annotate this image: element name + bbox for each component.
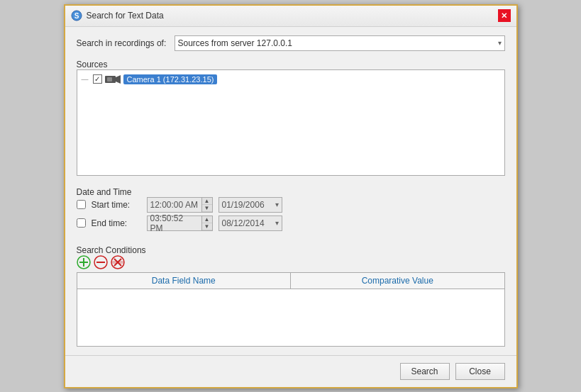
end-time-checkbox[interactable] — [77, 218, 86, 228]
tree-expand-icon: — — [82, 75, 90, 84]
start-time-input[interactable]: 12:00:00 AM ▲ ▼ — [147, 197, 213, 213]
end-time-up-button[interactable]: ▲ — [202, 216, 212, 223]
add-icon — [77, 255, 91, 269]
end-date-arrow-icon: ▾ — [272, 219, 282, 227]
conditions-section: Search Conditions — [77, 242, 505, 347]
datetime-label: Date and Time — [77, 187, 505, 197]
sources-section: Sources — Camera 1 (172.31.23.15) — [77, 57, 505, 176]
title-bar: S Search for Text Data ✕ — [65, 6, 516, 27]
conditions-header: Data Field Name Comparative Value — [77, 273, 504, 289]
camera-tree-item: — Camera 1 (172.31.23.15) — [80, 73, 502, 86]
end-time-spinners: ▲ ▼ — [201, 216, 212, 230]
end-date-value: 08/12/2014 — [219, 217, 272, 230]
start-time-up-button[interactable]: ▲ — [202, 198, 212, 205]
conditions-toolbar — [77, 255, 505, 269]
server-source-dropdown[interactable]: Sources from server 127.0.0.1 ▾ — [175, 35, 505, 51]
content-area: Search in recordings of: Sources from se… — [65, 27, 516, 355]
start-date-value: 01/19/2006 — [219, 198, 272, 211]
camera-name: Camera 1 (172.31.23.15) — [123, 74, 218, 84]
window-close-button[interactable]: ✕ — [498, 9, 511, 22]
dropdown-arrow-icon: ▾ — [498, 39, 502, 47]
conditions-body — [77, 289, 504, 346]
start-time-spinners: ▲ ▼ — [201, 198, 212, 212]
svg-rect-4 — [107, 77, 112, 82]
window-icon: S — [71, 10, 82, 21]
svg-rect-13 — [112, 261, 123, 264]
start-date-input[interactable]: 01/19/2006 ▾ — [218, 197, 282, 213]
col-header-comparative-value: Comparative Value — [291, 273, 504, 289]
start-time-row: Start time: 12:00:00 AM ▲ ▼ 01/19/2006 ▾ — [77, 197, 505, 213]
end-time-down-button[interactable]: ▼ — [202, 223, 212, 230]
svg-marker-3 — [116, 75, 121, 84]
end-date-input[interactable]: 08/12/2014 ▾ — [218, 215, 282, 231]
end-time-row: End time: 03:50:52 PM ▲ ▼ 08/12/2014 ▾ — [77, 215, 505, 231]
sources-list[interactable]: — Camera 1 (172.31.23.15) — [77, 69, 505, 176]
search-button[interactable]: Search — [400, 363, 450, 380]
start-time-label: Start time: — [92, 200, 141, 210]
camera-icon — [105, 74, 121, 84]
end-time-label: End time: — [92, 218, 141, 228]
add-condition-button[interactable] — [77, 255, 91, 269]
conditions-table: Data Field Name Comparative Value — [77, 272, 505, 347]
server-source-value: Sources from server 127.0.0.1 — [178, 38, 292, 48]
conditions-label: Search Conditions — [77, 245, 505, 255]
svg-text:S: S — [74, 12, 79, 20]
end-time-input[interactable]: 03:50:52 PM ▲ ▼ — [147, 215, 213, 231]
start-time-down-button[interactable]: ▼ — [202, 205, 212, 212]
sources-label: Sources — [77, 60, 505, 69]
remove-icon — [94, 255, 108, 269]
close-button[interactable]: Close — [455, 363, 505, 380]
remove-condition-button[interactable] — [94, 255, 108, 269]
datetime-section: Date and Time Start time: 12:00:00 AM ▲ … — [77, 184, 505, 234]
main-window: S Search for Text Data ✕ Search in recor… — [64, 4, 518, 388]
search-in-label: Search in recordings of: — [77, 38, 169, 48]
footer: Search Close — [65, 355, 516, 387]
clear-conditions-button[interactable] — [111, 255, 125, 269]
start-date-arrow-icon: ▾ — [272, 201, 282, 208]
title-bar-left: S Search for Text Data — [71, 10, 164, 21]
clear-icon — [111, 255, 125, 269]
end-time-value: 03:50:52 PM — [148, 216, 201, 230]
col-header-field-name: Data Field Name — [77, 273, 292, 289]
window-title: Search for Text Data — [87, 11, 164, 21]
start-time-value: 12:00:00 AM — [148, 198, 201, 212]
camera-checkbox[interactable] — [93, 74, 102, 84]
start-time-checkbox[interactable] — [77, 200, 86, 209]
search-in-row: Search in recordings of: Sources from se… — [77, 35, 505, 51]
